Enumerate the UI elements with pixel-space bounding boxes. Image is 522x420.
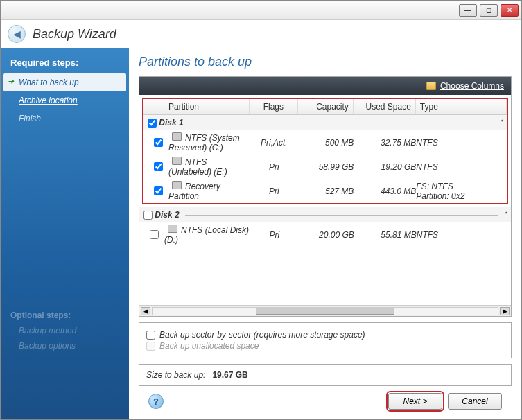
optional-step-1: Backup options bbox=[1, 338, 129, 353]
disk-checkbox[interactable] bbox=[143, 211, 153, 220]
options-box: Back up sector-by-sector (requires more … bbox=[139, 322, 512, 358]
partition-row[interactable]: NTFS (Local Disk) (D:) Pri 20.00 GB 55.8… bbox=[139, 222, 511, 247]
col-capacity[interactable]: Capacity bbox=[298, 99, 354, 114]
back-button[interactable]: ◀ bbox=[8, 25, 26, 43]
partition-type: NTFS bbox=[416, 138, 487, 148]
choose-columns-link[interactable]: Choose Columns bbox=[440, 81, 504, 91]
unallocated-checkbox bbox=[146, 342, 155, 351]
choose-columns-icon bbox=[426, 82, 436, 90]
scroll-thumb[interactable] bbox=[256, 308, 394, 315]
window-title: Backup Wizard bbox=[33, 27, 116, 42]
sidebar-heading: Required steps: bbox=[1, 55, 129, 73]
disk-checkbox[interactable] bbox=[148, 119, 157, 128]
sidebar-optional-heading: Optional steps: bbox=[1, 308, 129, 323]
partition-flags: Pri bbox=[250, 162, 298, 172]
size-box: Size to back up: 19.67 GB bbox=[139, 364, 512, 386]
partition-row[interactable]: NTFS (Unlabeled) (E:) Pri 58.99 GB 19.20… bbox=[143, 155, 507, 179]
sector-by-sector-checkbox[interactable] bbox=[146, 331, 155, 340]
collapse-icon[interactable]: ˄ bbox=[503, 211, 507, 219]
collapse-icon[interactable]: ˄ bbox=[499, 119, 503, 127]
disk-icon bbox=[172, 157, 182, 165]
close-button[interactable]: ✕ bbox=[501, 4, 519, 17]
step-archive-location[interactable]: Archive location bbox=[1, 91, 129, 110]
content: Partitions to back up Choose Columns Par… bbox=[129, 48, 521, 420]
partition-capacity: 20.00 GB bbox=[299, 230, 354, 240]
footer: ? Next > Cancel bbox=[139, 386, 512, 414]
maximize-button[interactable]: ◻ bbox=[480, 4, 498, 17]
cancel-button[interactable]: Cancel bbox=[448, 393, 502, 410]
partition-capacity: 500 MB bbox=[298, 138, 354, 148]
partition-panel: Choose Columns Partition Flags Capacity … bbox=[139, 76, 512, 317]
page-title: Partitions to back up bbox=[139, 55, 512, 69]
partition-checkbox[interactable] bbox=[154, 186, 163, 195]
optional-step-0: Backup method bbox=[1, 323, 129, 338]
col-used[interactable]: Used Space bbox=[354, 99, 416, 114]
partition-flags: Pri bbox=[250, 186, 298, 196]
disk-row[interactable]: Disk 2 ˄ bbox=[139, 207, 511, 222]
partition-type: NTFS bbox=[417, 230, 491, 240]
partition-used: 443.0 MB bbox=[354, 186, 416, 196]
col-type[interactable]: Type bbox=[416, 99, 491, 114]
panel-toolbar: Choose Columns bbox=[139, 77, 511, 95]
partition-checkbox[interactable] bbox=[154, 138, 163, 147]
step-what-to-back-up[interactable]: What to back up bbox=[3, 73, 126, 91]
partition-checkbox[interactable] bbox=[150, 230, 159, 239]
disk-name: Disk 1 bbox=[159, 118, 183, 128]
partition-row[interactable]: Recovery Partition Pri 527 MB 443.0 MB F… bbox=[143, 179, 507, 203]
horizontal-scrollbar[interactable]: ◀ ▶ bbox=[139, 305, 511, 316]
highlighted-disk-group: Partition Flags Capacity Used Space Type… bbox=[142, 98, 508, 204]
disk-icon bbox=[168, 225, 177, 233]
partition-capacity: 527 MB bbox=[298, 186, 354, 196]
partition-checkbox[interactable] bbox=[154, 162, 163, 171]
partition-used: 32.75 MB bbox=[354, 138, 416, 148]
column-header-row: Partition Flags Capacity Used Space Type bbox=[143, 99, 507, 115]
partition-type: NTFS bbox=[416, 162, 487, 172]
disk-row[interactable]: Disk 1 ˄ bbox=[143, 115, 507, 130]
partition-capacity: 58.99 GB bbox=[298, 162, 354, 172]
partition-flags: Pri,Act. bbox=[250, 138, 298, 148]
size-label: Size to back up: bbox=[146, 370, 205, 380]
back-arrow-icon: ◀ bbox=[13, 28, 21, 40]
next-button[interactable]: Next > bbox=[388, 393, 442, 410]
partition-flags: Pri bbox=[250, 230, 299, 240]
step-finish: Finish bbox=[1, 110, 129, 128]
sidebar: Required steps: What to back up Archive … bbox=[1, 48, 129, 420]
partition-used: 55.81 MB bbox=[354, 230, 417, 240]
minimize-button[interactable]: — bbox=[459, 4, 477, 17]
scroll-right-icon[interactable]: ▶ bbox=[500, 307, 510, 315]
disk-icon bbox=[172, 181, 182, 189]
size-value: 19.67 GB bbox=[212, 370, 247, 380]
scroll-track[interactable] bbox=[152, 307, 498, 315]
partition-used: 19.20 GB bbox=[354, 162, 416, 172]
partition-grid: Partition Flags Capacity Used Space Type… bbox=[139, 95, 511, 305]
col-flags[interactable]: Flags bbox=[250, 99, 298, 114]
option-sector-by-sector[interactable]: Back up sector-by-sector (requires more … bbox=[146, 330, 504, 340]
scroll-left-icon[interactable]: ◀ bbox=[141, 307, 150, 315]
col-partition[interactable]: Partition bbox=[164, 99, 250, 114]
disk-name: Disk 2 bbox=[155, 210, 179, 220]
help-icon[interactable]: ? bbox=[148, 394, 164, 409]
partition-type: FS: NTFS Partition: 0x2 bbox=[416, 182, 487, 201]
header: ◀ Backup Wizard bbox=[1, 20, 521, 48]
disk-icon bbox=[172, 132, 182, 141]
titlebar: — ◻ ✕ bbox=[1, 1, 521, 20]
option-unallocated: Back up unallocated space bbox=[146, 341, 504, 351]
partition-row[interactable]: NTFS (System Reserved) (C:) Pri,Act. 500… bbox=[143, 130, 507, 155]
